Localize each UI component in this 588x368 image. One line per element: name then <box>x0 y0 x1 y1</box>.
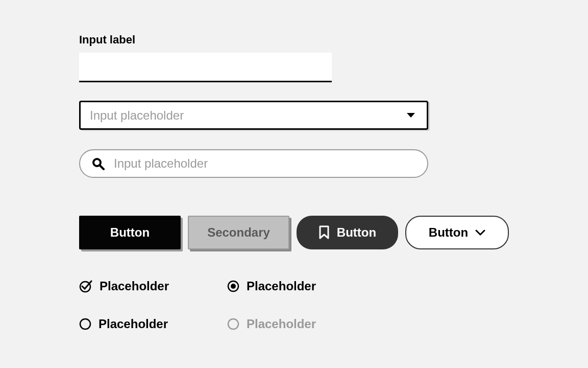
radio-selected-icon <box>227 280 239 292</box>
checkbox-checked[interactable]: Placeholder <box>79 279 227 293</box>
primary-button[interactable]: Button <box>79 216 181 249</box>
dropdown-button-label: Button <box>429 225 468 240</box>
search-icon <box>91 157 105 170</box>
dropdown-button[interactable]: Button <box>405 216 509 249</box>
icon-button-label: Button <box>337 225 376 240</box>
secondary-button-label: Secondary <box>207 225 270 240</box>
radio-disabled-label: Placeholder <box>247 317 316 331</box>
caret-down-icon <box>406 112 415 119</box>
radio-disabled: Placeholder <box>227 317 375 331</box>
chevron-down-icon <box>475 229 485 236</box>
icon-button[interactable]: Button <box>297 216 398 249</box>
search-input[interactable]: Input placeholder <box>79 149 428 178</box>
radio-unselected[interactable]: Placeholder <box>79 317 227 331</box>
svg-line-1 <box>100 165 104 169</box>
select-placeholder: Input placeholder <box>90 108 184 123</box>
radio-disabled-icon <box>227 318 239 330</box>
search-placeholder: Input placeholder <box>114 156 208 171</box>
radio-unselected-icon <box>79 318 91 330</box>
radio-unselected-label: Placeholder <box>99 317 168 331</box>
bookmark-icon <box>318 225 330 240</box>
checkbox-checked-icon <box>79 280 92 293</box>
text-input-label: Input label <box>79 33 509 47</box>
svg-point-6 <box>228 319 238 329</box>
text-input[interactable] <box>79 53 332 82</box>
radio-selected[interactable]: Placeholder <box>227 279 375 293</box>
checkbox-checked-label: Placeholder <box>100 279 169 293</box>
primary-button-label: Button <box>110 225 150 240</box>
radio-selected-label: Placeholder <box>247 279 316 293</box>
svg-point-5 <box>80 319 90 329</box>
select-input[interactable]: Input placeholder <box>79 101 428 130</box>
secondary-button[interactable]: Secondary <box>188 216 289 249</box>
svg-point-4 <box>231 284 236 289</box>
